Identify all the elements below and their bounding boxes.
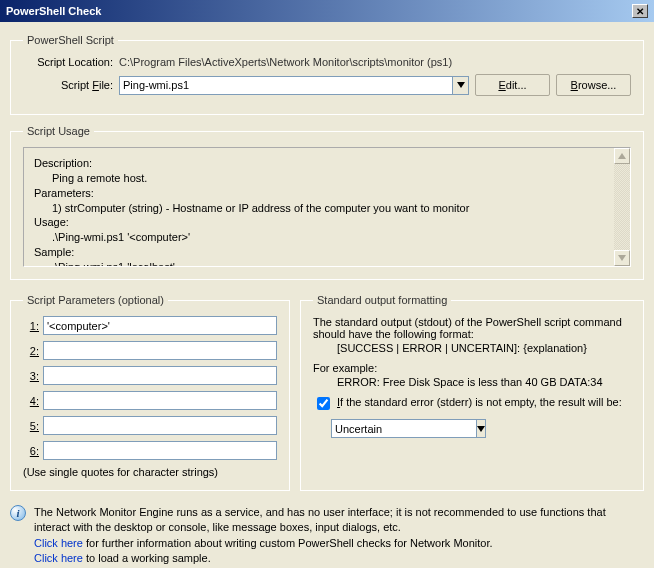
link-load-sample[interactable]: Click here [34, 552, 83, 564]
param-input-3[interactable] [43, 366, 277, 385]
script-file-label: Script File: [23, 79, 113, 91]
link-further-info[interactable]: Click here [34, 537, 83, 549]
param-input-5[interactable] [43, 416, 277, 435]
edit-button[interactable]: Edit... [475, 74, 550, 96]
param-label-1: 1: [23, 320, 39, 332]
param-label-6: 6: [23, 445, 39, 457]
stderr-checkbox[interactable] [317, 397, 330, 410]
stderr-result-input[interactable] [331, 419, 476, 438]
scroll-down-icon[interactable] [614, 250, 630, 266]
usage-sample-v: .\Ping-wmi.ps1 'localhost' [34, 260, 620, 267]
stderr-result-combo[interactable] [331, 419, 451, 438]
params-group: Script Parameters (optional) 1: 2: 3: 4:… [10, 294, 290, 491]
scroll-up-icon[interactable] [614, 148, 630, 164]
script-file-combo[interactable] [119, 76, 469, 95]
stdout-legend: Standard output formatting [313, 294, 451, 306]
usage-legend: Script Usage [23, 125, 94, 137]
window-title: PowerShell Check [6, 5, 101, 17]
usage-desc-h: Description: [34, 156, 620, 171]
note-text1: The Network Monitor Engine runs as a ser… [34, 505, 644, 536]
script-legend: PowerShell Script [23, 34, 118, 46]
usage-param-v: 1) strComputer (string) - Hostname or IP… [34, 201, 620, 216]
script-file-input[interactable] [119, 76, 452, 95]
info-note: i The Network Monitor Engine runs as a s… [10, 505, 644, 567]
chevron-down-icon[interactable] [452, 76, 469, 95]
stdout-line1: The standard output (stdout) of the Powe… [313, 316, 631, 340]
script-group: PowerShell Script Script Location: C:\Pr… [10, 34, 644, 115]
param-label-3: 3: [23, 370, 39, 382]
stdout-fmt: [SUCCESS | ERROR | UNCERTAIN]: {explanat… [313, 342, 631, 354]
note-after2: to load a working sample. [83, 552, 211, 564]
stdout-group: Standard output formatting The standard … [300, 294, 644, 491]
note-after1: for further information about writing cu… [83, 537, 493, 549]
params-legend: Script Parameters (optional) [23, 294, 168, 306]
stderr-label: If the standard error (stderr) is not em… [337, 396, 622, 408]
close-icon[interactable]: ✕ [632, 4, 648, 18]
param-input-1[interactable] [43, 316, 277, 335]
dialog-content: PowerShell Script Script Location: C:\Pr… [0, 22, 654, 568]
usage-param-h: Parameters: [34, 186, 620, 201]
param-label-2: 2: [23, 345, 39, 357]
stdout-eg-label: For example: [313, 362, 631, 374]
usage-text: Description: Ping a remote host. Paramet… [23, 147, 631, 267]
stdout-eg-val: ERROR: Free Disk Space is less than 40 G… [313, 376, 631, 388]
param-label-5: 5: [23, 420, 39, 432]
browse-button[interactable]: Browse... [556, 74, 631, 96]
usage-group: Script Usage Description: Ping a remote … [10, 125, 644, 280]
param-input-6[interactable] [43, 441, 277, 460]
scroll-track[interactable] [614, 164, 630, 250]
titlebar: PowerShell Check ✕ [0, 0, 654, 22]
params-hint: (Use single quotes for character strings… [23, 466, 277, 478]
info-icon: i [10, 505, 26, 521]
usage-usage-h: Usage: [34, 215, 620, 230]
scrollbar[interactable] [614, 148, 630, 266]
param-input-2[interactable] [43, 341, 277, 360]
usage-sample-h: Sample: [34, 245, 620, 260]
param-input-4[interactable] [43, 391, 277, 410]
script-location-label: Script Location: [23, 56, 113, 68]
param-label-4: 4: [23, 395, 39, 407]
script-location-value: C:\Program Files\ActiveXperts\Network Mo… [119, 56, 452, 68]
usage-usage-v: .\Ping-wmi.ps1 '<computer>' [34, 230, 620, 245]
chevron-down-icon[interactable] [476, 419, 486, 438]
usage-desc-v: Ping a remote host. [34, 171, 620, 186]
